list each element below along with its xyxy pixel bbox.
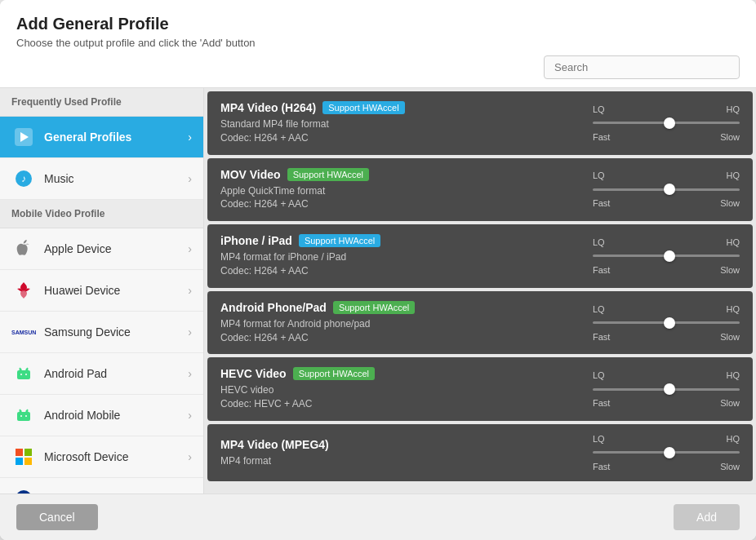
profile-name: HEVC Video	[220, 367, 287, 380]
profile-card[interactable]: MP4 Video (H264) Support HWAccel Standar…	[207, 91, 753, 155]
profile-name: MP4 Video (H264)	[220, 101, 316, 114]
profile-card[interactable]: Android Phone/Pad Support HWAccel MP4 fo…	[207, 291, 753, 355]
frequently-used-header: Frequently Used Profile	[0, 88, 203, 117]
svg-point-11	[25, 374, 27, 375]
slider-thumb	[664, 383, 675, 395]
profile-info: MOV Video Support HWAccel Apple QuickTim…	[220, 168, 576, 212]
profile-card[interactable]: HEVC Video Support HWAccel HEVC video Co…	[207, 357, 753, 421]
speed-labels: Fast Slow	[593, 198, 740, 208]
chevron-right-icon: ›	[188, 131, 192, 144]
add-button[interactable]: Add	[674, 504, 740, 530]
fast-label: Fast	[593, 332, 610, 342]
sidebar-item-android-mobile[interactable]: Android Mobile ›	[0, 395, 203, 436]
svg-point-23	[16, 490, 32, 494]
hq-label: HQ	[727, 170, 740, 180]
slider-track	[593, 321, 740, 324]
profile-title-row: Android Phone/Pad Support HWAccel	[220, 301, 576, 314]
profile-desc2: Codec: H264 + AAC	[220, 197, 576, 211]
quality-slider[interactable]	[593, 250, 740, 262]
profile-quality: LQ HQ Fast Slow	[576, 170, 740, 208]
sidebar-item-huawei-device[interactable]: Huawei Device ›	[0, 270, 203, 312]
dialog-header: Add General Profile Choose the output pr…	[0, 0, 756, 55]
samsung-device-label: Samsung Device	[44, 325, 188, 339]
slider-thumb	[664, 447, 675, 458]
profile-card[interactable]: MOV Video Support HWAccel Apple QuickTim…	[207, 158, 753, 222]
microsoft-device-label: Microsoft Device	[44, 450, 188, 463]
hq-label: HQ	[727, 304, 740, 314]
lq-label: LQ	[593, 237, 605, 247]
sidebar-item-sony-device[interactable]: SONY Sony Device ›	[0, 478, 203, 494]
sidebar: Frequently Used Profile General Profiles…	[0, 88, 204, 494]
sidebar-item-android-pad[interactable]: Android Pad ›	[0, 353, 203, 395]
speed-labels: Fast Slow	[593, 132, 740, 142]
sidebar-item-music[interactable]: ♪ Music ›	[0, 158, 203, 200]
profile-desc2: Codec: HEVC + AAC	[220, 397, 576, 411]
apple-icon	[11, 237, 36, 261]
profile-title-row: iPhone / iPad Support HWAccel	[220, 234, 576, 247]
hwaccel-badge: Support HWAccel	[293, 367, 375, 380]
quality-slider[interactable]	[593, 447, 740, 458]
quality-labels: LQ HQ	[593, 370, 740, 380]
profile-desc1: Standard MP4 file format	[220, 117, 576, 131]
sidebar-item-microsoft-device[interactable]: Microsoft Device ›	[0, 436, 203, 478]
android-pad-label: Android Pad	[44, 367, 188, 380]
fast-label: Fast	[593, 462, 610, 471]
profile-quality: LQ HQ Fast Slow	[576, 370, 740, 408]
slider-thumb	[664, 250, 675, 262]
samsung-icon: SAMSUNG	[11, 320, 36, 344]
search-bar-row	[0, 55, 756, 87]
footer: Cancel Add	[0, 494, 756, 540]
hq-label: HQ	[727, 104, 740, 114]
hwaccel-badge: Support HWAccel	[322, 101, 404, 114]
profile-desc1: MP4 format for iPhone / iPad	[220, 250, 576, 264]
chevron-right-icon: ›	[188, 172, 192, 185]
profile-name: Android Phone/Pad	[220, 301, 327, 314]
chevron-right-icon: ›	[188, 367, 192, 380]
fast-label: Fast	[593, 132, 610, 142]
chevron-right-icon: ›	[188, 450, 192, 463]
sony-icon: SONY	[11, 486, 36, 494]
huawei-icon	[11, 278, 36, 303]
slow-label: Slow	[720, 398, 740, 408]
profile-name: iPhone / iPad	[220, 234, 292, 247]
android-icon	[11, 361, 36, 386]
svg-point-18	[25, 415, 27, 417]
svg-rect-12	[17, 412, 30, 421]
fast-label: Fast	[593, 198, 610, 208]
slider-track	[593, 451, 740, 454]
sidebar-item-samsung-device[interactable]: SAMSUNG Samsung Device ›	[0, 312, 203, 353]
profile-desc1: Apple QuickTime format	[220, 184, 576, 198]
speed-labels: Fast Slow	[593, 462, 740, 471]
search-input[interactable]	[544, 55, 740, 79]
svg-rect-19	[16, 449, 23, 456]
sidebar-item-apple-device[interactable]: Apple Device ›	[0, 228, 203, 270]
play-icon	[11, 125, 36, 149]
quality-slider[interactable]	[593, 383, 740, 395]
profile-quality: LQ HQ Fast Slow	[576, 237, 740, 275]
chevron-right-icon: ›	[188, 325, 192, 339]
profile-card[interactable]: iPhone / iPad Support HWAccel MP4 format…	[207, 224, 753, 288]
quality-slider[interactable]	[593, 184, 740, 195]
hwaccel-badge: Support HWAccel	[333, 301, 415, 314]
cancel-button[interactable]: Cancel	[16, 504, 98, 530]
quality-slider[interactable]	[593, 317, 740, 329]
profile-card[interactable]: MP4 Video (MPEG4) MP4 format LQ HQ Fast …	[207, 424, 753, 481]
hwaccel-badge: Support HWAccel	[287, 168, 369, 181]
fast-label: Fast	[593, 265, 610, 275]
sidebar-item-general-profiles[interactable]: General Profiles ›	[0, 117, 203, 158]
profile-desc2: Codec: H264 + AAC	[220, 264, 576, 278]
android-mobile-label: Android Mobile	[44, 409, 188, 422]
profile-name: MP4 Video (MPEG4)	[220, 438, 329, 451]
profile-name: MOV Video	[220, 168, 281, 181]
general-profiles-label: General Profiles	[44, 131, 188, 144]
quality-slider[interactable]	[593, 117, 740, 129]
svg-text:SAMSUNG: SAMSUNG	[11, 330, 36, 335]
quality-labels: LQ HQ	[593, 304, 740, 314]
dialog: Add General Profile Choose the output pr…	[0, 0, 756, 540]
chevron-right-icon: ›	[188, 284, 192, 297]
slow-label: Slow	[720, 462, 740, 471]
svg-rect-22	[24, 458, 32, 465]
profile-title-row: HEVC Video Support HWAccel	[220, 367, 576, 380]
quality-labels: LQ HQ	[593, 170, 740, 180]
lq-label: LQ	[593, 104, 605, 114]
